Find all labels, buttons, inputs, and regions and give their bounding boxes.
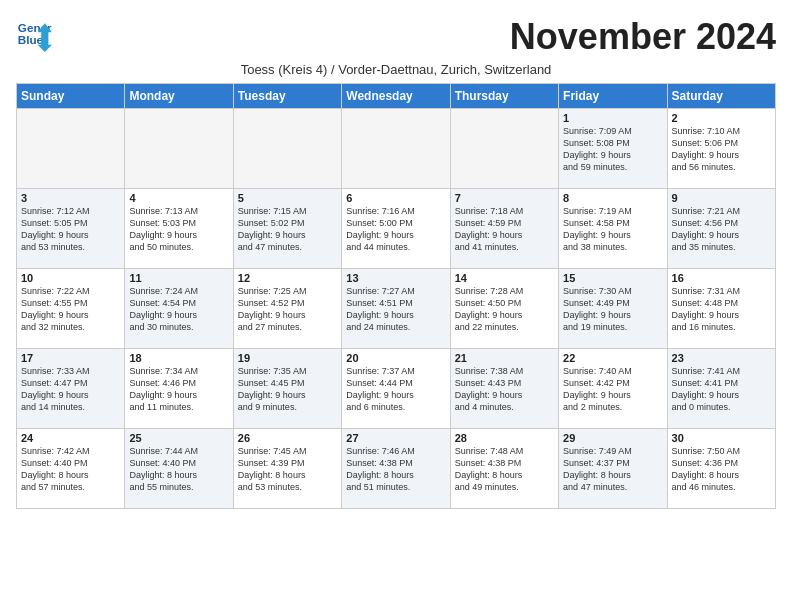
calendar-cell: [17, 109, 125, 189]
day-number: 2: [672, 112, 771, 124]
day-number: 8: [563, 192, 662, 204]
calendar-cell: 23Sunrise: 7:41 AM Sunset: 4:41 PM Dayli…: [667, 349, 775, 429]
day-info: Sunrise: 7:21 AM Sunset: 4:56 PM Dayligh…: [672, 205, 771, 254]
calendar-cell: 17Sunrise: 7:33 AM Sunset: 4:47 PM Dayli…: [17, 349, 125, 429]
calendar-header-tuesday: Tuesday: [233, 84, 341, 109]
calendar-cell: 15Sunrise: 7:30 AM Sunset: 4:49 PM Dayli…: [559, 269, 667, 349]
calendar-cell: 13Sunrise: 7:27 AM Sunset: 4:51 PM Dayli…: [342, 269, 450, 349]
day-number: 27: [346, 432, 445, 444]
day-info: Sunrise: 7:27 AM Sunset: 4:51 PM Dayligh…: [346, 285, 445, 334]
logo: General Blue: [16, 16, 52, 52]
day-info: Sunrise: 7:33 AM Sunset: 4:47 PM Dayligh…: [21, 365, 120, 414]
day-info: Sunrise: 7:48 AM Sunset: 4:38 PM Dayligh…: [455, 445, 554, 494]
calendar-cell: 21Sunrise: 7:38 AM Sunset: 4:43 PM Dayli…: [450, 349, 558, 429]
calendar-cell: 16Sunrise: 7:31 AM Sunset: 4:48 PM Dayli…: [667, 269, 775, 349]
calendar-cell: 10Sunrise: 7:22 AM Sunset: 4:55 PM Dayli…: [17, 269, 125, 349]
day-number: 6: [346, 192, 445, 204]
calendar-cell: 26Sunrise: 7:45 AM Sunset: 4:39 PM Dayli…: [233, 429, 341, 509]
day-number: 9: [672, 192, 771, 204]
month-title: November 2024: [510, 16, 776, 58]
calendar-cell: 7Sunrise: 7:18 AM Sunset: 4:59 PM Daylig…: [450, 189, 558, 269]
calendar-cell: 22Sunrise: 7:40 AM Sunset: 4:42 PM Dayli…: [559, 349, 667, 429]
day-info: Sunrise: 7:28 AM Sunset: 4:50 PM Dayligh…: [455, 285, 554, 334]
day-number: 15: [563, 272, 662, 284]
day-info: Sunrise: 7:44 AM Sunset: 4:40 PM Dayligh…: [129, 445, 228, 494]
day-number: 11: [129, 272, 228, 284]
day-number: 12: [238, 272, 337, 284]
day-number: 26: [238, 432, 337, 444]
calendar-cell: 2Sunrise: 7:10 AM Sunset: 5:06 PM Daylig…: [667, 109, 775, 189]
day-info: Sunrise: 7:50 AM Sunset: 4:36 PM Dayligh…: [672, 445, 771, 494]
day-info: Sunrise: 7:12 AM Sunset: 5:05 PM Dayligh…: [21, 205, 120, 254]
calendar-cell: 14Sunrise: 7:28 AM Sunset: 4:50 PM Dayli…: [450, 269, 558, 349]
calendar-header-sunday: Sunday: [17, 84, 125, 109]
day-info: Sunrise: 7:09 AM Sunset: 5:08 PM Dayligh…: [563, 125, 662, 174]
day-number: 24: [21, 432, 120, 444]
day-info: Sunrise: 7:37 AM Sunset: 4:44 PM Dayligh…: [346, 365, 445, 414]
day-info: Sunrise: 7:18 AM Sunset: 4:59 PM Dayligh…: [455, 205, 554, 254]
calendar-cell: [342, 109, 450, 189]
calendar-cell: 11Sunrise: 7:24 AM Sunset: 4:54 PM Dayli…: [125, 269, 233, 349]
calendar-cell: 29Sunrise: 7:49 AM Sunset: 4:37 PM Dayli…: [559, 429, 667, 509]
day-number: 28: [455, 432, 554, 444]
calendar-cell: 30Sunrise: 7:50 AM Sunset: 4:36 PM Dayli…: [667, 429, 775, 509]
day-number: 16: [672, 272, 771, 284]
calendar-header-saturday: Saturday: [667, 84, 775, 109]
day-info: Sunrise: 7:24 AM Sunset: 4:54 PM Dayligh…: [129, 285, 228, 334]
day-number: 17: [21, 352, 120, 364]
day-number: 29: [563, 432, 662, 444]
day-info: Sunrise: 7:40 AM Sunset: 4:42 PM Dayligh…: [563, 365, 662, 414]
day-number: 19: [238, 352, 337, 364]
calendar-cell: 25Sunrise: 7:44 AM Sunset: 4:40 PM Dayli…: [125, 429, 233, 509]
svg-text:Blue: Blue: [18, 33, 44, 46]
calendar-cell: [233, 109, 341, 189]
calendar-header-friday: Friday: [559, 84, 667, 109]
day-info: Sunrise: 7:41 AM Sunset: 4:41 PM Dayligh…: [672, 365, 771, 414]
day-number: 4: [129, 192, 228, 204]
day-info: Sunrise: 7:22 AM Sunset: 4:55 PM Dayligh…: [21, 285, 120, 334]
day-info: Sunrise: 7:25 AM Sunset: 4:52 PM Dayligh…: [238, 285, 337, 334]
day-info: Sunrise: 7:45 AM Sunset: 4:39 PM Dayligh…: [238, 445, 337, 494]
day-info: Sunrise: 7:10 AM Sunset: 5:06 PM Dayligh…: [672, 125, 771, 174]
calendar-cell: 1Sunrise: 7:09 AM Sunset: 5:08 PM Daylig…: [559, 109, 667, 189]
calendar-cell: 28Sunrise: 7:48 AM Sunset: 4:38 PM Dayli…: [450, 429, 558, 509]
day-number: 22: [563, 352, 662, 364]
day-info: Sunrise: 7:15 AM Sunset: 5:02 PM Dayligh…: [238, 205, 337, 254]
day-info: Sunrise: 7:19 AM Sunset: 4:58 PM Dayligh…: [563, 205, 662, 254]
calendar-cell: 12Sunrise: 7:25 AM Sunset: 4:52 PM Dayli…: [233, 269, 341, 349]
header-area: General Blue November 2024: [16, 16, 776, 58]
calendar-header-thursday: Thursday: [450, 84, 558, 109]
day-number: 14: [455, 272, 554, 284]
day-number: 3: [21, 192, 120, 204]
day-info: Sunrise: 7:31 AM Sunset: 4:48 PM Dayligh…: [672, 285, 771, 334]
day-number: 7: [455, 192, 554, 204]
calendar-cell: 18Sunrise: 7:34 AM Sunset: 4:46 PM Dayli…: [125, 349, 233, 429]
calendar-cell: 4Sunrise: 7:13 AM Sunset: 5:03 PM Daylig…: [125, 189, 233, 269]
day-info: Sunrise: 7:34 AM Sunset: 4:46 PM Dayligh…: [129, 365, 228, 414]
calendar-cell: 3Sunrise: 7:12 AM Sunset: 5:05 PM Daylig…: [17, 189, 125, 269]
subtitle: Toess (Kreis 4) / Vorder-Daettnau, Zuric…: [16, 62, 776, 77]
calendar-cell: 9Sunrise: 7:21 AM Sunset: 4:56 PM Daylig…: [667, 189, 775, 269]
day-number: 10: [21, 272, 120, 284]
calendar-table: SundayMondayTuesdayWednesdayThursdayFrid…: [16, 83, 776, 509]
calendar-cell: 19Sunrise: 7:35 AM Sunset: 4:45 PM Dayli…: [233, 349, 341, 429]
day-info: Sunrise: 7:30 AM Sunset: 4:49 PM Dayligh…: [563, 285, 662, 334]
day-info: Sunrise: 7:46 AM Sunset: 4:38 PM Dayligh…: [346, 445, 445, 494]
day-number: 30: [672, 432, 771, 444]
day-number: 21: [455, 352, 554, 364]
day-number: 23: [672, 352, 771, 364]
day-number: 18: [129, 352, 228, 364]
day-info: Sunrise: 7:49 AM Sunset: 4:37 PM Dayligh…: [563, 445, 662, 494]
day-info: Sunrise: 7:35 AM Sunset: 4:45 PM Dayligh…: [238, 365, 337, 414]
calendar-header-monday: Monday: [125, 84, 233, 109]
day-number: 20: [346, 352, 445, 364]
calendar-cell: 20Sunrise: 7:37 AM Sunset: 4:44 PM Dayli…: [342, 349, 450, 429]
logo-icon: General Blue: [16, 16, 52, 52]
day-info: Sunrise: 7:38 AM Sunset: 4:43 PM Dayligh…: [455, 365, 554, 414]
day-info: Sunrise: 7:16 AM Sunset: 5:00 PM Dayligh…: [346, 205, 445, 254]
calendar-header-wednesday: Wednesday: [342, 84, 450, 109]
calendar-cell: [125, 109, 233, 189]
day-number: 13: [346, 272, 445, 284]
calendar-cell: 8Sunrise: 7:19 AM Sunset: 4:58 PM Daylig…: [559, 189, 667, 269]
day-info: Sunrise: 7:42 AM Sunset: 4:40 PM Dayligh…: [21, 445, 120, 494]
